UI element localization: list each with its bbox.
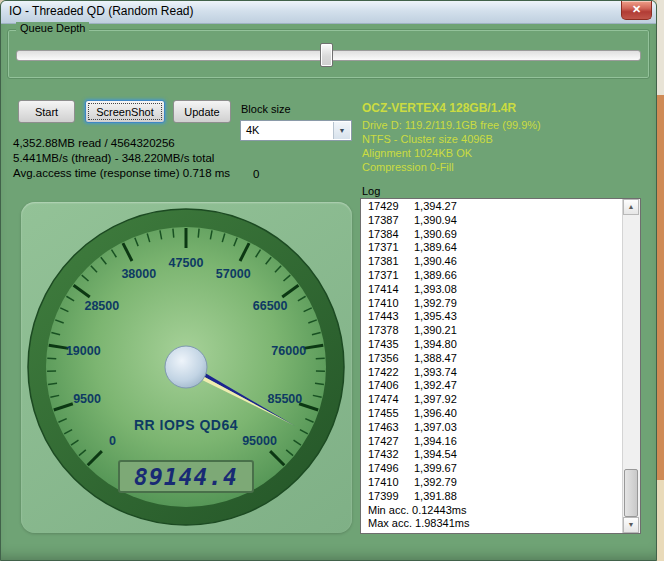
drive-line: Drive D: 119.2/119.1GB free (99.9%) (362, 118, 541, 132)
screen: IO - Threaded QD (Random Read) ✕ Queue D… (0, 0, 664, 561)
drive-info: OCZ-VERTEX4 128GB/1.4R Drive D: 119.2/11… (362, 101, 541, 174)
svg-text:0: 0 (109, 434, 116, 448)
stat-access-time: Avg.access time (response time) 0.718 ms (13, 166, 230, 181)
queue-depth-label: Queue Depth (16, 22, 89, 34)
log-label: Log (362, 185, 380, 197)
log-row[interactable]: 174351,394.80 (368, 338, 623, 352)
svg-text:38000: 38000 (121, 267, 156, 281)
scroll-thumb[interactable] (624, 469, 638, 517)
log-row[interactable]: 174961,399.67 (368, 462, 623, 476)
log-row[interactable]: 174221,393.74 (368, 366, 623, 380)
stat-counter: 0 (253, 168, 259, 180)
log-row[interactable]: 173711,389.66 (368, 269, 623, 283)
log-row[interactable]: 174101,392.79 (368, 297, 623, 311)
close-button[interactable]: ✕ (621, 1, 652, 20)
log-row[interactable]: 174431,395.43 (368, 310, 623, 324)
desktop-strip-segment (657, 0, 664, 95)
gauge: 0950019000285003800047500570006650076000… (21, 202, 352, 533)
svg-text:28500: 28500 (84, 299, 119, 313)
log-row[interactable]: 174631,397.03 (368, 421, 623, 435)
log-row[interactable]: 173841,390.69 (368, 228, 623, 242)
titlebar[interactable]: IO - Threaded QD (Random Read) ✕ (1, 1, 656, 24)
log-list: 174291,394.27173871,390.94173841,390.691… (361, 199, 623, 533)
svg-text:85500: 85500 (268, 392, 303, 406)
log-row[interactable]: 174291,394.27 (368, 200, 623, 214)
start-button[interactable]: Start (18, 100, 75, 123)
svg-text:95000: 95000 (242, 434, 277, 448)
svg-text:19000: 19000 (66, 344, 101, 358)
stat-read-total: 4,352.88MB read / 4564320256 (13, 136, 230, 151)
log-row[interactable]: 173781,390.21 (368, 324, 623, 338)
drive-line: Alignment 1024KB OK (362, 146, 541, 160)
block-size-label: Block size (241, 103, 291, 115)
log-listbox[interactable]: 174291,394.27173871,390.94173841,390.691… (360, 198, 641, 534)
svg-text:9500: 9500 (73, 392, 101, 406)
log-row[interactable]: 173871,390.94 (368, 214, 623, 228)
scroll-down-button[interactable]: ▼ (623, 517, 639, 533)
log-row[interactable]: 173711,389.64 (368, 241, 623, 255)
combo-arrow-button[interactable]: ▼ (333, 122, 350, 139)
gauge-title: RR IOPS QD64 (134, 417, 238, 433)
log-row[interactable]: 173561,388.47 (368, 352, 623, 366)
log-row[interactable]: 174101,392.79 (368, 476, 623, 490)
scroll-up-button[interactable]: ▲ (623, 199, 639, 215)
scroll-up-icon: ▲ (628, 203, 635, 210)
lcd-value: 89144.4 (134, 464, 238, 490)
block-size-select[interactable]: 4K ▼ (240, 120, 352, 141)
svg-text:57000: 57000 (216, 267, 251, 281)
log-row[interactable]: 174061,392.47 (368, 379, 623, 393)
log-row[interactable]: 173811,390.46 (368, 255, 623, 269)
log-footer-row[interactable]: Max acc. 1.98341ms (368, 517, 623, 531)
log-footer-row[interactable]: Min acc. 0.12443ms (368, 504, 623, 518)
close-icon: ✕ (632, 3, 641, 15)
scroll-down-icon: ▼ (628, 521, 635, 528)
log-row[interactable]: 174741,397.92 (368, 393, 623, 407)
stats-block: 4,352.88MB read / 4564320256 5.441MB/s (… (13, 136, 230, 181)
log-row[interactable]: 174141,393.08 (368, 283, 623, 297)
chevron-down-icon: ▼ (339, 127, 346, 134)
svg-text:66500: 66500 (253, 299, 288, 313)
app-window: IO - Threaded QD (Random Read) ✕ Queue D… (0, 0, 657, 561)
window-title: IO - Threaded QD (Random Read) (9, 4, 194, 18)
log-row[interactable]: 173991,391.88 (368, 490, 623, 504)
svg-text:47500: 47500 (169, 256, 204, 270)
block-size-value: 4K (246, 124, 259, 136)
drive-title: OCZ-VERTEX4 128GB/1.4R (362, 101, 541, 115)
log-row[interactable]: 174321,394.54 (368, 448, 623, 462)
lcd-display: 89144.4 (119, 461, 253, 492)
log-row[interactable]: 174271,394.16 (368, 435, 623, 449)
update-button[interactable]: Update (173, 100, 231, 123)
stat-throughput: 5.441MB/s (thread) - 348.220MB/s total (13, 151, 230, 166)
drive-line: Compression 0-Fill (362, 160, 541, 174)
drive-line: NTFS - Cluster size 4096B (362, 132, 541, 146)
queue-depth-slider-thumb[interactable] (320, 43, 333, 67)
svg-text:76000: 76000 (271, 344, 306, 358)
desktop-background-strip (657, 0, 664, 561)
log-row[interactable]: 174551,396.40 (368, 407, 623, 421)
desktop-strip-segment (657, 95, 664, 480)
gauge-panel: 0950019000285003800047500570006650076000… (21, 202, 352, 533)
log-scrollbar[interactable]: ▲ ▼ (622, 199, 640, 533)
screenshot-button[interactable]: ScreenShot (85, 100, 165, 123)
desktop-strip-segment (657, 480, 664, 561)
queue-depth-groupbox: Queue Depth (7, 29, 650, 79)
gauge-hub (165, 346, 207, 388)
